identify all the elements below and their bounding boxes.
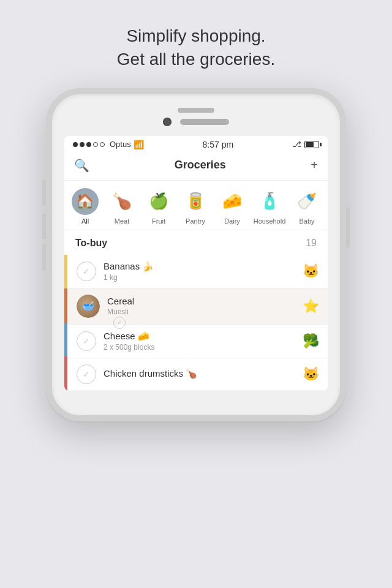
tagline-line1: Simplify shopping. — [126, 26, 265, 45]
strip-seg-2 — [64, 288, 67, 323]
category-household-icon: 🧴 — [260, 192, 279, 211]
item-info-cereal: Cereal Muesli — [107, 296, 295, 316]
dot-5 — [100, 142, 105, 147]
item-badge-cereal: ⭐ — [303, 298, 319, 314]
category-fruit-icon: 🍏 — [149, 192, 168, 211]
tagline-line2: Get all the groceries. — [117, 50, 275, 69]
category-household[interactable]: 🧴 Household — [251, 186, 288, 227]
wifi-icon: 📶 — [134, 140, 144, 149]
category-dairy-icon-wrap: 🧀 — [219, 188, 246, 215]
dot-2 — [80, 142, 85, 147]
grocery-list: ✓ Bananas 🍌 1 kg 🐱 🥣 ✓ — [64, 255, 328, 391]
item-badge-chicken: 🐱 — [303, 366, 319, 382]
nav-bar: 🔍 Groceries + — [64, 153, 328, 181]
dot-1 — [73, 142, 78, 147]
check-cereal[interactable]: ✓ — [113, 317, 126, 329]
category-dairy[interactable]: 🧀 Dairy — [214, 186, 251, 227]
cereal-circle: 🥣 — [77, 295, 100, 318]
screen: Optus 📶 8:57 pm ⎇ 🔍 Groceries + — [64, 136, 328, 391]
check-bananas[interactable]: ✓ — [77, 262, 96, 281]
item-sub-cereal: Muesli — [107, 307, 295, 316]
list-item-chicken[interactable]: ✓ Chicken drumsticks 🍗 🐱 — [64, 358, 328, 391]
category-all-icon-wrap: 🏠 — [72, 188, 99, 215]
check-icon-bananas: ✓ — [83, 266, 90, 276]
item-thumb-cereal: 🥣 — [77, 295, 100, 318]
item-name-chicken: Chicken drumsticks 🍗 — [104, 368, 295, 379]
nav-title: Groceries — [175, 159, 226, 172]
check-icon-chicken: ✓ — [83, 369, 90, 379]
item-name-bananas: Bananas 🍌 — [104, 261, 295, 272]
category-fruit[interactable]: 🍏 Fruit — [140, 186, 177, 227]
dot-4 — [93, 142, 98, 147]
category-pantry-icon: 🥫 — [186, 192, 205, 211]
category-household-icon-wrap: 🧴 — [256, 188, 283, 215]
list-item-cheese[interactable]: ✓ Cheese 🧀 2 x 500g blocks 🥦 — [64, 325, 328, 358]
item-sub-bananas: 1 kg — [104, 273, 295, 282]
color-strip — [64, 255, 67, 391]
category-meat-icon-wrap: 🍗 — [108, 188, 135, 215]
item-info-chicken: Chicken drumsticks 🍗 — [104, 368, 295, 380]
category-household-label: Household — [254, 217, 286, 225]
item-name-cereal: Cereal — [107, 296, 295, 306]
dot-3 — [86, 142, 91, 147]
section-title: To-buy — [75, 238, 107, 249]
category-all-label: All — [81, 217, 89, 225]
category-all-icon: 🏠 — [76, 193, 94, 210]
category-all[interactable]: 🏠 All — [67, 186, 104, 227]
add-button[interactable]: + — [311, 158, 318, 172]
status-right: ⎇ — [292, 140, 319, 149]
category-pantry-icon-wrap: 🥫 — [182, 188, 209, 215]
list-item-cereal[interactable]: 🥣 ✓ Cereal Muesli ⭐ — [64, 288, 328, 325]
check-cheese[interactable]: ✓ — [77, 331, 96, 351]
check-chicken[interactable]: ✓ — [77, 364, 96, 384]
category-baby-icon-wrap: 🍼 — [293, 188, 320, 215]
list-item-bananas[interactable]: ✓ Bananas 🍌 1 kg 🐱 — [64, 255, 328, 288]
category-meat[interactable]: 🍗 Meat — [104, 186, 140, 227]
carrier-label: Optus — [110, 140, 131, 149]
status-bar: Optus 📶 8:57 pm ⎇ — [64, 136, 328, 153]
search-button[interactable]: 🔍 — [74, 158, 89, 173]
item-badge-cheese: 🥦 — [303, 333, 319, 349]
item-info-cheese: Cheese 🧀 2 x 500g blocks — [104, 331, 295, 352]
check-icon-cheese: ✓ — [83, 336, 90, 346]
phone-top-bar — [163, 108, 229, 126]
status-left: Optus 📶 — [73, 140, 144, 149]
speaker-grill — [178, 108, 214, 113]
bluetooth-icon: ⎇ — [292, 140, 301, 149]
item-name-cheese: Cheese 🧀 — [104, 331, 295, 342]
category-meat-label: Meat — [115, 217, 129, 225]
category-baby-icon: 🍼 — [297, 192, 317, 211]
item-info-bananas: Bananas 🍌 1 kg — [104, 261, 295, 282]
item-badge-bananas: 🐱 — [303, 263, 319, 279]
cereal-icon: 🥣 — [82, 300, 94, 312]
earpiece — [180, 119, 229, 125]
strip-seg-4 — [64, 356, 67, 391]
category-dairy-label: Dairy — [224, 217, 240, 225]
category-dairy-icon: 🧀 — [222, 192, 242, 211]
section-count: 19 — [306, 238, 317, 249]
item-sub-cheese: 2 x 500g blocks — [104, 343, 295, 352]
strip-seg-1 — [64, 255, 67, 289]
category-pantry-label: Pantry — [186, 217, 205, 225]
category-bar: 🏠 All 🍗 Meat 🍏 Fruit 🥫 Pantry — [64, 181, 328, 230]
phone-shell: Optus 📶 8:57 pm ⎇ 🔍 Groceries + — [46, 88, 346, 421]
category-meat-icon: 🍗 — [112, 192, 132, 211]
category-fruit-label: Fruit — [152, 217, 165, 225]
battery-indicator — [304, 141, 319, 148]
tagline: Simplify shopping. Get all the groceries… — [80, 24, 312, 71]
strip-seg-3 — [64, 323, 67, 357]
status-time: 8:57 pm — [203, 140, 234, 149]
signal-dots — [73, 142, 105, 147]
category-fruit-icon-wrap: 🍏 — [145, 188, 172, 215]
section-header: To-buy 19 — [64, 230, 328, 255]
category-pantry[interactable]: 🥫 Pantry — [177, 186, 214, 227]
camera — [163, 118, 172, 126]
category-baby[interactable]: 🍼 Baby — [288, 186, 325, 227]
category-baby-label: Baby — [299, 217, 314, 225]
check-icon-cereal: ✓ — [117, 319, 122, 326]
